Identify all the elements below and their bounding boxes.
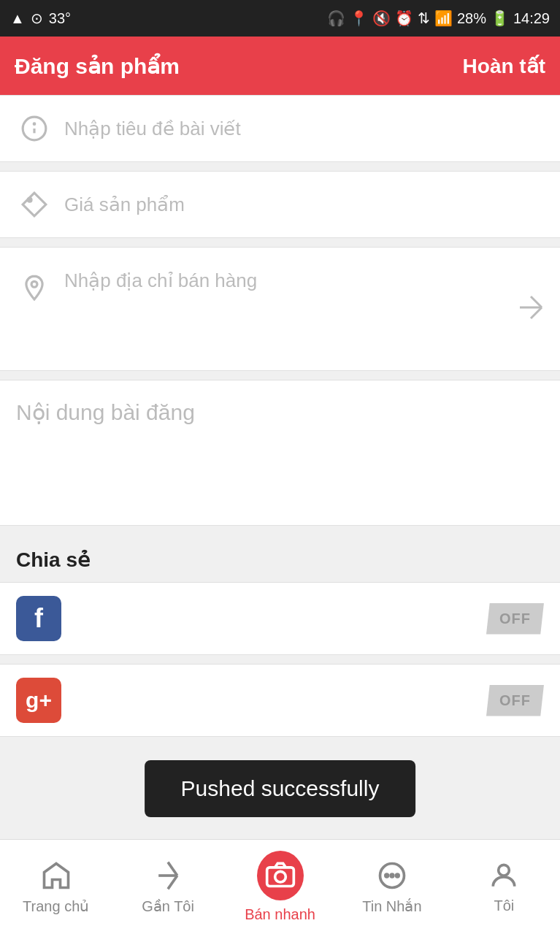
status-time: 14:29 xyxy=(513,10,550,27)
nav-label-home: Trang chủ xyxy=(23,897,89,915)
status-left: ▲ ⊙ 33° xyxy=(10,9,71,27)
svg-point-12 xyxy=(275,871,285,882)
svg-line-8 xyxy=(168,862,177,875)
price-tag-icon xyxy=(16,186,53,223)
gplus-icon: g+ xyxy=(16,678,61,723)
nav-label-messages: Tin Nhắn xyxy=(362,897,421,915)
camera-bg xyxy=(257,851,304,900)
facebook-icon: f xyxy=(16,596,61,641)
nav-item-sell[interactable]: Bán nhanh xyxy=(224,851,336,923)
gps-arrow-icon[interactable] xyxy=(518,294,544,324)
svg-point-15 xyxy=(391,874,394,877)
nav-item-profile[interactable]: Tôi xyxy=(448,860,560,914)
svg-line-9 xyxy=(168,876,177,889)
home-icon xyxy=(40,860,72,892)
nav-label-sell: Bán nhanh xyxy=(245,906,315,923)
price-field[interactable]: Giá sản phẩm xyxy=(0,171,560,238)
title-field[interactable]: Nhập tiêu đề bài viết xyxy=(0,95,560,162)
nav-item-nearby[interactable]: Gần Tôi xyxy=(112,860,223,915)
header: Đăng sản phẩm Hoàn tất xyxy=(0,37,560,95)
share-section-label: Chia sẻ xyxy=(0,535,560,582)
facebook-share-row[interactable]: f OFF xyxy=(0,582,560,655)
svg-line-5 xyxy=(531,296,542,307)
nav-label-profile: Tôi xyxy=(494,897,514,914)
messages-icon xyxy=(376,860,408,892)
info-icon xyxy=(16,110,53,147)
price-placeholder: Giá sản phẩm xyxy=(64,194,185,216)
location-field[interactable]: Nhập địa chỉ bán hàng xyxy=(0,247,560,371)
camera-icon xyxy=(264,858,296,890)
location-placeholder: Nhập địa chỉ bán hàng xyxy=(64,269,257,292)
status-location-icon: 📍 xyxy=(350,9,368,27)
status-mute-icon: 🔇 xyxy=(372,9,391,27)
svg-point-14 xyxy=(386,874,388,877)
gplus-share-row[interactable]: g+ OFF xyxy=(0,664,560,737)
toast-message: Pushed successfully xyxy=(181,776,380,800)
status-alarm-icon: ⏰ xyxy=(395,9,413,27)
nav-item-messages[interactable]: Tin Nhắn xyxy=(336,860,448,915)
toast-notification: Pushed successfully xyxy=(145,760,416,817)
status-icon-signal: ▲ xyxy=(10,10,25,27)
content-field[interactable]: Nội dung bài đăng xyxy=(0,380,560,526)
nearby-icon xyxy=(152,860,184,892)
status-right: 🎧 📍 🔇 ⏰ ⇅ 📶 28% 🔋 14:29 xyxy=(327,9,550,27)
status-headphone-icon: 🎧 xyxy=(327,9,345,27)
status-temperature: 33° xyxy=(49,10,71,27)
profile-icon xyxy=(488,860,520,892)
status-sync-icon: ⇅ xyxy=(418,9,430,27)
location-pin-icon xyxy=(16,269,53,306)
status-signal-icon: 📶 xyxy=(434,9,453,27)
bottom-nav: Trang chủ Gần Tôi Bán nhanh Tin Nhắn xyxy=(0,839,560,934)
status-bar: ▲ ⊙ 33° 🎧 📍 🔇 ⏰ ⇅ 📶 28% 🔋 14:29 xyxy=(0,0,560,37)
nav-item-home[interactable]: Trang chủ xyxy=(0,860,112,915)
svg-line-6 xyxy=(531,307,542,318)
svg-point-4 xyxy=(31,281,37,287)
gplus-toggle[interactable]: OFF xyxy=(486,685,544,716)
svg-point-17 xyxy=(499,865,510,876)
content-placeholder: Nội dung bài đăng xyxy=(16,399,544,425)
status-icon-circle: ⊙ xyxy=(31,9,43,27)
facebook-toggle[interactable]: OFF xyxy=(486,603,544,635)
header-action-button[interactable]: Hoàn tất xyxy=(463,54,545,78)
title-placeholder: Nhập tiêu đề bài viết xyxy=(64,118,241,140)
svg-point-16 xyxy=(396,874,399,877)
main-content: Nhập tiêu đề bài viết Giá sản phẩm Nhập … xyxy=(0,95,560,737)
svg-point-3 xyxy=(28,198,31,202)
header-title: Đăng sản phẩm xyxy=(15,53,180,79)
nav-label-nearby: Gần Tôi xyxy=(142,897,194,915)
status-battery-icon: 🔋 xyxy=(491,9,509,27)
status-battery-percent: 28% xyxy=(457,10,486,27)
